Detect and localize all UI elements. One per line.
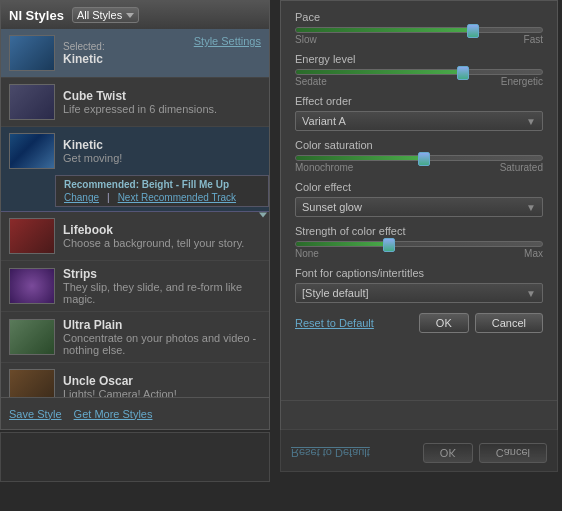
strength-label: Strength of color effect	[295, 225, 543, 237]
color-sat-track	[295, 155, 543, 161]
effect-order-label: Effect order	[295, 95, 543, 107]
style-desc-cube: Life expressed in 6 dimensions.	[63, 103, 217, 115]
thumb-kinetic	[9, 133, 55, 169]
strength-labels: None Max	[295, 248, 543, 259]
panel-footer: Save Style Get More Styles	[1, 397, 269, 429]
cancel-button[interactable]: Cancel	[475, 313, 543, 333]
panel-header: NI Styles All Styles	[1, 1, 269, 29]
style-desc-strips: They slip, they slide, and re-form like …	[63, 281, 261, 305]
dialog-actions: Reset to Default OK Cancel	[295, 313, 543, 333]
style-info-selected: Selected: Kinetic	[63, 41, 105, 66]
kinetic-recommend-box: Recommended: Beight - Fill Me Up Change …	[55, 175, 269, 207]
thumb-selected-kinetic	[9, 35, 55, 71]
energy-slider[interactable]: Sedate Energetic	[295, 69, 543, 87]
style-name-selected: Kinetic	[63, 52, 105, 66]
strength-slider[interactable]: None Max	[295, 241, 543, 259]
list-item-cube-twist[interactable]: Cube Twist Life expressed in 6 dimension…	[1, 78, 269, 127]
kinetic-top: Kinetic Get moving!	[1, 127, 269, 175]
style-desc-lifebook: Choose a background, tell your story.	[63, 237, 244, 249]
list-item-lifebook[interactable]: Lifebook Choose a background, tell your …	[1, 212, 269, 261]
style-desc-ultra: Concentrate on your photos and video - n…	[63, 332, 261, 356]
kinetic-links: Change | Next Recommended Track	[64, 192, 260, 203]
style-info-strips: Strips They slip, they slide, and re-for…	[63, 267, 261, 305]
style-name-lifebook: Lifebook	[63, 223, 244, 237]
flipped-row-1: Reset to Default OK Cancel	[291, 443, 547, 463]
pace-slider[interactable]: Slow Fast	[295, 27, 543, 45]
energy-thumb[interactable]	[457, 66, 469, 80]
strength-thumb[interactable]	[383, 238, 395, 252]
pace-track	[295, 27, 543, 33]
thumb-lifebook	[9, 218, 55, 254]
effect-order-arrow-icon: ▼	[526, 116, 536, 127]
energy-label: Energy level	[295, 53, 543, 65]
style-settings-link[interactable]: Style Settings	[194, 35, 261, 47]
thumb-cube-twist	[9, 84, 55, 120]
flipped-ok-button: OK	[423, 443, 473, 463]
style-name-strips: Strips	[63, 267, 261, 281]
change-link[interactable]: Change	[64, 192, 99, 203]
energy-fill	[296, 70, 463, 74]
style-name-kinetic: Kinetic	[63, 138, 122, 152]
font-label: Font for captions/intertitles	[295, 267, 543, 279]
all-styles-dropdown[interactable]: All Styles	[72, 7, 139, 23]
style-info-cube: Cube Twist Life expressed in 6 dimension…	[63, 89, 217, 115]
style-info-uncle: Uncle Oscar Lights! Camera! Action!	[63, 374, 177, 397]
color-sat-fill	[296, 156, 424, 160]
list-item-selected-kinetic[interactable]: Selected: Kinetic Style Settings	[1, 29, 269, 78]
flipped-btns: OK Cancel	[423, 443, 547, 463]
style-desc-uncle: Lights! Camera! Action!	[63, 388, 177, 397]
style-info-lifebook: Lifebook Choose a background, tell your …	[63, 223, 244, 249]
color-effect-arrow-icon: ▼	[526, 202, 536, 213]
next-recommended-link[interactable]: Next Recommended Track	[118, 192, 236, 203]
pace-thumb[interactable]	[467, 24, 479, 38]
style-info-kinetic: Kinetic Get moving!	[63, 138, 122, 164]
color-sat-slider[interactable]: Monochrome Saturated	[295, 155, 543, 173]
color-effect-label: Color effect	[295, 181, 543, 193]
style-info-ultra: Ultra Plain Concentrate on your photos a…	[63, 318, 261, 356]
list-item-kinetic[interactable]: Kinetic Get moving! Recommended: Beight …	[1, 127, 269, 212]
flipped-cancel-button: Cancel	[479, 443, 547, 463]
style-name-uncle: Uncle Oscar	[63, 374, 177, 388]
dropdown-arrow-icon	[126, 13, 134, 18]
energy-labels: Sedate Energetic	[295, 76, 543, 87]
font-arrow-icon: ▼	[526, 288, 536, 299]
style-name-ultra: Ultra Plain	[63, 318, 261, 332]
strength-fill	[296, 242, 389, 246]
ok-cancel-buttons: OK Cancel	[419, 313, 543, 333]
pace-labels: Slow Fast	[295, 34, 543, 45]
get-more-link[interactable]: Get More Styles	[74, 408, 153, 420]
thumb-uncle-oscar	[9, 369, 55, 397]
list-item-strips[interactable]: Strips They slip, they slide, and re-for…	[1, 261, 269, 312]
reset-default-link[interactable]: Reset to Default	[295, 317, 374, 329]
panel-title: NI Styles	[9, 8, 64, 23]
save-style-link[interactable]: Save Style	[9, 408, 62, 420]
ok-button[interactable]: OK	[419, 313, 469, 333]
thumb-ultra-plain	[9, 319, 55, 355]
flipped-shadow-panel: Reset to Default OK Cancel	[280, 400, 558, 472]
thumb-strips	[9, 268, 55, 304]
style-desc-kinetic: Get moving!	[63, 152, 122, 164]
pace-label: Pace	[295, 11, 543, 23]
color-effect-dropdown[interactable]: Sunset glow ▼	[295, 197, 543, 217]
strength-track	[295, 241, 543, 247]
selected-label: Selected:	[63, 41, 105, 52]
energy-track	[295, 69, 543, 75]
pace-fill	[296, 28, 473, 32]
rec-title: Recommended: Beight - Fill Me Up	[64, 179, 260, 190]
style-list: Selected: Kinetic Style Settings Cube Tw…	[1, 29, 269, 397]
left-bottom-shadow	[0, 432, 270, 482]
styles-panel: NI Styles All Styles Selected: Kinetic S…	[0, 0, 270, 430]
settings-panel: Pace Slow Fast Energy level Sedate Energ…	[280, 0, 558, 430]
style-name-cube: Cube Twist	[63, 89, 217, 103]
list-item-ultra-plain[interactable]: Ultra Plain Concentrate on your photos a…	[1, 312, 269, 363]
color-sat-thumb[interactable]	[418, 152, 430, 166]
list-item-uncle-oscar[interactable]: Uncle Oscar Lights! Camera! Action!	[1, 363, 269, 397]
color-sat-label: Color saturation	[295, 139, 543, 151]
effect-order-dropdown[interactable]: Variant A ▼	[295, 111, 543, 131]
font-dropdown[interactable]: [Style default] ▼	[295, 283, 543, 303]
